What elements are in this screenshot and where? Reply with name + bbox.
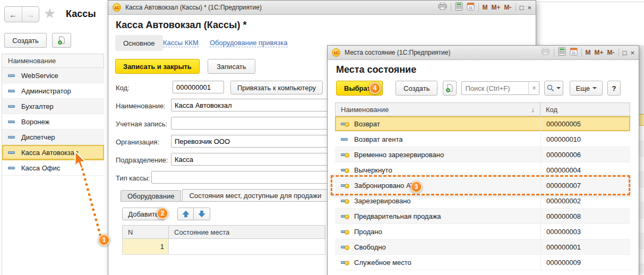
calculator-icon[interactable] bbox=[455, 2, 463, 13]
item-icon bbox=[8, 167, 15, 169]
table-row[interactable]: Служебное место000000009 bbox=[335, 255, 630, 270]
row-code: 000000002 bbox=[540, 193, 630, 208]
more-button[interactable]: Еще bbox=[570, 81, 602, 96]
field-label-cash-type: Тип кассы: bbox=[116, 174, 150, 182]
back-button[interactable]: ← bbox=[5, 7, 22, 22]
subtab-equipment[interactable]: Оборудование bbox=[121, 190, 181, 202]
create-button[interactable]: Создать bbox=[4, 33, 47, 48]
table-row[interactable]: Зарезервировано000000002 bbox=[335, 193, 630, 209]
titlebar-separator bbox=[478, 3, 479, 12]
close-button[interactable]: × bbox=[527, 4, 531, 12]
maximize-button[interactable]: □ bbox=[520, 4, 524, 12]
chevron-down-icon bbox=[556, 87, 561, 89]
column-header-state[interactable]: Состояние места bbox=[169, 226, 325, 238]
save-button[interactable]: Записать bbox=[208, 59, 255, 74]
seat-states-table: N Состояние места 1 bbox=[122, 225, 325, 255]
cell-state[interactable] bbox=[169, 239, 325, 254]
list-column-header[interactable]: Наименование bbox=[2, 54, 104, 68]
list-item[interactable]: Бухгалтер bbox=[2, 99, 104, 114]
cash-register-list: WebService Администратор Бухгалтер Ворон… bbox=[2, 68, 104, 275]
tab-equipment-binding[interactable]: Оборудование привязка bbox=[210, 39, 288, 47]
states-table: Наименование ↓ Код Возврат000000005 Возв… bbox=[335, 102, 630, 270]
calendar-icon[interactable]: 31 bbox=[467, 2, 475, 13]
memory-plus-button[interactable]: M+ bbox=[492, 4, 501, 11]
create-by-copy-button[interactable] bbox=[52, 33, 71, 48]
calendar-icon[interactable]: 31 bbox=[570, 47, 578, 58]
table-row[interactable]: Вычеркнуто000000004 bbox=[335, 162, 630, 178]
list-item-selected[interactable]: Касса Автовокзал bbox=[2, 145, 104, 160]
cell-n[interactable]: 1 bbox=[123, 239, 169, 254]
list-item-label: WebService bbox=[21, 72, 58, 80]
copy-new-icon bbox=[57, 36, 66, 45]
print-icon[interactable] bbox=[438, 3, 447, 12]
search-input[interactable] bbox=[462, 82, 528, 94]
list-item[interactable]: Администратор bbox=[2, 83, 104, 99]
bind-to-computer-button[interactable]: Привязать к компьютеру bbox=[230, 81, 323, 94]
create-by-copy-button[interactable] bbox=[443, 81, 457, 96]
table-row[interactable]: 1 bbox=[122, 239, 325, 255]
clear-search-icon[interactable]: × bbox=[528, 81, 539, 95]
form-window-titlebar[interactable]: 1С Касса Автовокзал (Кассы) * (1С:Предпр… bbox=[108, 1, 536, 15]
subtab-seat-states[interactable]: Состояния мест, доступные для продажи bbox=[182, 189, 328, 202]
search-options-button[interactable] bbox=[544, 81, 563, 96]
memory-button[interactable]: M bbox=[586, 49, 591, 56]
move-up-button[interactable] bbox=[177, 208, 194, 220]
memory-minus-button[interactable]: M- bbox=[504, 4, 512, 11]
save-and-close-button[interactable]: Записать и закрыть bbox=[115, 59, 200, 74]
close-button[interactable]: × bbox=[630, 49, 634, 57]
list-item[interactable]: Диспетчер bbox=[2, 130, 104, 145]
calculator-icon[interactable] bbox=[558, 47, 566, 58]
memory-button[interactable]: M bbox=[483, 4, 488, 11]
tab-kkm[interactable]: Кассы ККМ bbox=[163, 39, 199, 47]
help-button[interactable]: ? bbox=[607, 81, 621, 96]
create-button[interactable]: Создать bbox=[396, 81, 437, 96]
favorite-star-icon[interactable]: ★ bbox=[44, 5, 56, 22]
table-row[interactable]: Свободно000000001 bbox=[335, 239, 630, 255]
table-row[interactable]: Возврат агента000000010 bbox=[335, 132, 630, 147]
row-name: Зарезервировано bbox=[354, 197, 411, 205]
page-title: Кассы bbox=[66, 8, 96, 20]
tab-main[interactable]: Основное bbox=[115, 35, 163, 51]
table-row-outlined[interactable]: Забронировано АТП000000007 bbox=[335, 178, 630, 193]
dialog-heading: Места состояние bbox=[336, 64, 416, 75]
row-name: Вычеркнуто bbox=[354, 166, 392, 174]
dialog-title: Места состояние (1С:Предприятие) bbox=[345, 49, 450, 56]
print-icon[interactable] bbox=[541, 48, 550, 57]
column-header-n[interactable]: N bbox=[123, 226, 169, 238]
sort-descending-icon[interactable]: ↓ bbox=[531, 106, 535, 114]
forward-button[interactable]: → bbox=[22, 7, 39, 22]
dialog-titlebar[interactable]: 1С Места состояние (1С:Предприятие) 31 M… bbox=[328, 46, 639, 60]
titlebar-separator bbox=[554, 48, 554, 57]
table-header-row: N Состояние места bbox=[122, 225, 325, 239]
item-icon bbox=[8, 136, 15, 139]
table-row-selected[interactable]: Возврат000000005 bbox=[335, 116, 630, 132]
list-item[interactable]: WebService bbox=[2, 68, 104, 83]
item-icon bbox=[341, 123, 348, 125]
column-header-name[interactable]: Наименование ↓ bbox=[336, 103, 540, 116]
list-item[interactable]: Касса Офис bbox=[2, 160, 104, 176]
row-name: Возврат агента bbox=[354, 135, 403, 143]
table-row[interactable]: Временно зарезервировано000000006 bbox=[335, 147, 630, 162]
svg-text:31: 31 bbox=[468, 6, 473, 10]
chevron-down-icon bbox=[593, 87, 597, 89]
row-name: Предварительная продажа bbox=[354, 212, 441, 220]
item-icon bbox=[8, 121, 15, 123]
item-icon bbox=[341, 169, 348, 171]
maximize-button[interactable]: □ bbox=[623, 49, 627, 57]
code-field[interactable] bbox=[173, 81, 224, 93]
move-down-button[interactable] bbox=[194, 208, 210, 220]
row-code: 000000007 bbox=[540, 178, 630, 193]
field-label-code: Код: bbox=[116, 84, 130, 92]
memory-minus-button[interactable]: M- bbox=[607, 49, 615, 56]
item-icon bbox=[341, 153, 348, 156]
list-item[interactable]: Воронеж bbox=[2, 114, 104, 130]
row-code: 000000005 bbox=[540, 116, 630, 131]
table-row[interactable]: Предварительная продажа000000008 bbox=[335, 209, 630, 224]
arrow-down-icon bbox=[198, 210, 205, 218]
nav-history-group: ← → bbox=[4, 6, 39, 22]
field-label-organization: Организация: bbox=[116, 138, 159, 146]
table-row[interactable]: Продано000000003 bbox=[335, 224, 630, 239]
column-header-code[interactable]: Код bbox=[540, 103, 630, 116]
memory-plus-button[interactable]: M+ bbox=[595, 49, 604, 56]
titlebar-separator bbox=[451, 3, 451, 12]
